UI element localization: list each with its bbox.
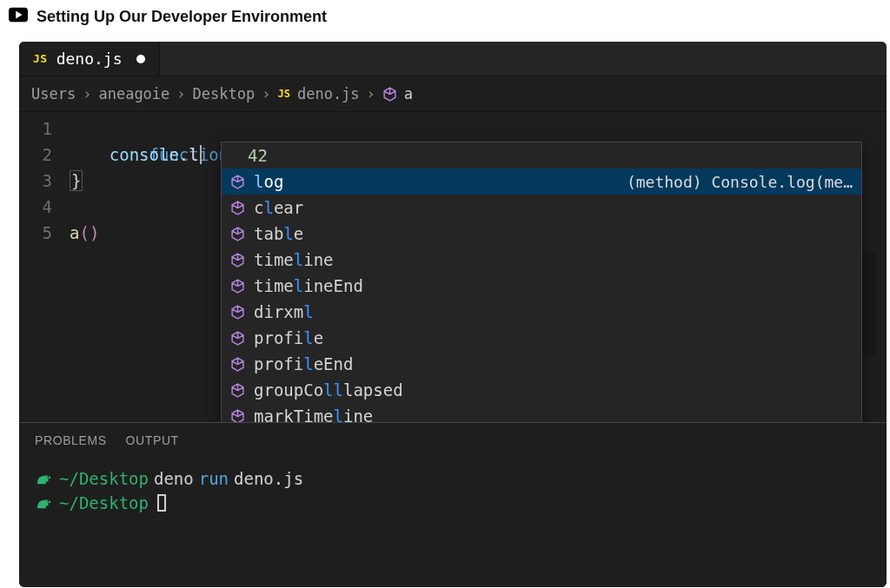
- intellisense-detail: (method) Console.log(me…: [627, 173, 853, 191]
- terminal-line: ~/Desktop: [35, 491, 871, 515]
- chevron-right-icon: ›: [83, 85, 91, 102]
- chevron-right-icon: ›: [262, 85, 270, 102]
- line-number: 4: [19, 194, 70, 220]
- intellisense-item[interactable]: timeline: [222, 247, 861, 273]
- deno-icon: [35, 495, 54, 511]
- video-title-bar: Setting Up Our Developer Environment: [0, 0, 890, 37]
- line-number: 2: [19, 142, 70, 168]
- breadcrumb-symbol[interactable]: a: [404, 85, 413, 102]
- bottom-panel: PROBLEMS OUTPUT ~/Desktop deno run deno.…: [19, 422, 887, 587]
- breadcrumb-segment[interactable]: aneagoie: [98, 85, 169, 102]
- svg-point-3: [48, 500, 50, 502]
- breadcrumb-segment[interactable]: Desktop: [193, 85, 256, 102]
- svg-point-2: [48, 476, 50, 478]
- intellisense-item[interactable]: clear: [222, 195, 861, 221]
- code-editor[interactable]: 1 function a() { 2 console.l 3 } 4 5 a()…: [19, 112, 887, 416]
- intellisense-popup[interactable]: 42 log(method) Console.log(me…cleartable…: [221, 142, 862, 435]
- editor-tab-deno[interactable]: JS deno.js: [19, 42, 160, 76]
- editor-tab-bar: JS deno.js: [19, 42, 887, 76]
- intellisense-item[interactable]: dirxml: [222, 299, 861, 325]
- symbol-method-icon: [230, 175, 245, 189]
- symbol-method-icon: [230, 279, 245, 294]
- symbol-method-icon: [230, 227, 245, 241]
- breadcrumb-file[interactable]: deno.js: [297, 85, 360, 102]
- text-cursor: [200, 145, 202, 164]
- intellisense-item[interactable]: table: [222, 221, 861, 247]
- intellisense-item-label: table: [254, 224, 303, 243]
- intellisense-item[interactable]: groupColllapsed: [222, 377, 861, 403]
- panel-tab-problems[interactable]: PROBLEMS: [35, 433, 107, 447]
- symbol-method-icon: [230, 253, 245, 268]
- intellisense-item-label: profileEnd: [254, 354, 353, 373]
- js-badge: JS: [33, 52, 48, 65]
- symbol-method-icon: [382, 87, 397, 102]
- symbol-method-icon: [230, 305, 245, 320]
- panel-tab-bar: PROBLEMS OUTPUT: [19, 423, 887, 458]
- play-icon: [9, 7, 28, 27]
- symbol-method-icon: [230, 331, 245, 346]
- intellisense-item-label: log: [254, 172, 283, 191]
- intellisense-item-label: timelineEnd: [254, 276, 363, 295]
- code-line[interactable]: 1 function a() {: [19, 116, 887, 142]
- js-badge: JS: [277, 88, 289, 100]
- intellisense-item[interactable]: profileEnd: [222, 351, 861, 377]
- intellisense-item-label: clear: [254, 198, 303, 217]
- deno-icon: [35, 471, 54, 486]
- symbol-method-icon: [230, 409, 245, 424]
- chevron-right-icon: ›: [176, 85, 185, 102]
- intellisense-item-label: dirxml: [254, 302, 314, 321]
- line-number: 5: [19, 220, 70, 246]
- intellisense-item-label: groupColllapsed: [254, 380, 403, 400]
- dirty-indicator-icon: [136, 55, 145, 63]
- breadcrumb[interactable]: Users › aneagoie › Desktop › JS deno.js …: [19, 76, 887, 112]
- panel-tab-output[interactable]: OUTPUT: [126, 433, 179, 447]
- line-number: 1: [19, 116, 70, 142]
- symbol-method-icon: [230, 357, 245, 372]
- intellisense-item-label: profile: [254, 328, 323, 347]
- intellisense-item-label: timeline: [254, 250, 334, 269]
- tab-filename: deno.js: [56, 50, 123, 68]
- breadcrumb-segment[interactable]: Users: [31, 85, 76, 102]
- intellisense-item[interactable]: log(method) Console.log(me…: [222, 168, 861, 195]
- intellisense-item[interactable]: profile: [222, 325, 861, 351]
- chevron-right-icon: ›: [367, 85, 375, 102]
- video-title: Setting Up Our Developer Environment: [37, 8, 327, 26]
- symbol-method-icon: [230, 201, 245, 215]
- vscode-window: JS deno.js Users › aneagoie › Desktop › …: [19, 42, 887, 587]
- intellisense-header: 42: [222, 142, 861, 168]
- symbol-method-icon: [230, 383, 245, 398]
- terminal[interactable]: ~/Desktop deno run deno.js ~/Desktop: [19, 458, 887, 515]
- terminal-cursor: [157, 494, 166, 512]
- line-number: 3: [19, 168, 70, 194]
- intellisense-item[interactable]: timelineEnd: [222, 273, 861, 299]
- terminal-line: ~/Desktop deno run deno.js: [35, 466, 871, 491]
